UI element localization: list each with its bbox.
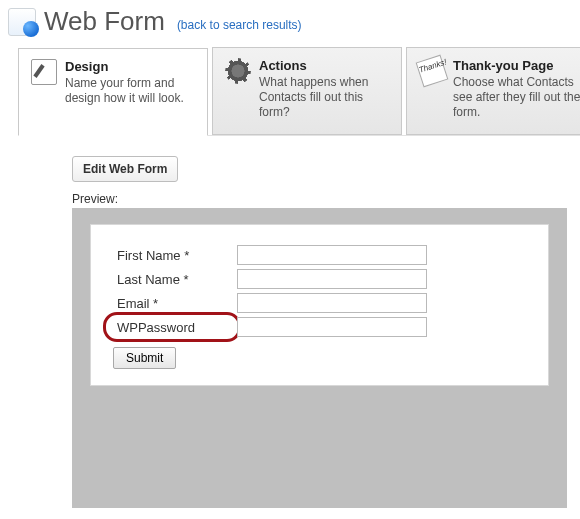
tab-thankyou-desc: Choose what Contacts see after they fill… bbox=[453, 75, 580, 120]
tab-design-title: Design bbox=[65, 59, 195, 74]
table-row: WPPassword bbox=[113, 315, 526, 339]
content-area: Edit Web Form Preview: First Name * Last… bbox=[0, 136, 580, 508]
tab-thankyou[interactable]: Thanks! Thank-you Page Choose what Conta… bbox=[406, 47, 580, 135]
first-name-input[interactable] bbox=[237, 245, 427, 265]
tab-actions-title: Actions bbox=[259, 58, 389, 73]
tab-actions[interactable]: Actions What happens when Contacts fill … bbox=[212, 47, 402, 135]
table-row: Email * bbox=[113, 291, 526, 315]
back-to-search-link[interactable]: (back to search results) bbox=[177, 18, 302, 32]
wppassword-input[interactable] bbox=[237, 317, 427, 337]
form-table: First Name * Last Name * Email * WPPassw… bbox=[113, 243, 526, 339]
field-label-email: Email * bbox=[113, 291, 233, 315]
submit-button[interactable]: Submit bbox=[113, 347, 176, 369]
preview-area: First Name * Last Name * Email * WPPassw… bbox=[72, 208, 567, 508]
page-header: Web Form (back to search results) bbox=[0, 0, 580, 47]
thanks-icon: Thanks! bbox=[416, 55, 449, 88]
tab-design[interactable]: Design Name your form and design how it … bbox=[18, 48, 208, 136]
field-label-last-name: Last Name * bbox=[113, 267, 233, 291]
table-row: First Name * bbox=[113, 243, 526, 267]
gear-icon bbox=[225, 58, 251, 84]
preview-label: Preview: bbox=[72, 192, 580, 206]
form-card: First Name * Last Name * Email * WPPassw… bbox=[90, 224, 549, 386]
page-title: Web Form bbox=[44, 6, 165, 37]
last-name-input[interactable] bbox=[237, 269, 427, 289]
edit-web-form-button[interactable]: Edit Web Form bbox=[72, 156, 178, 182]
webform-icon bbox=[8, 8, 36, 36]
email-input[interactable] bbox=[237, 293, 427, 313]
tab-thankyou-title: Thank-you Page bbox=[453, 58, 580, 73]
field-label-wppassword: WPPassword bbox=[117, 320, 195, 335]
tab-actions-desc: What happens when Contacts fill out this… bbox=[259, 75, 389, 120]
tab-strip: Design Name your form and design how it … bbox=[18, 47, 580, 136]
table-row: Last Name * bbox=[113, 267, 526, 291]
pencil-icon bbox=[31, 59, 57, 85]
field-label-first-name: First Name * bbox=[113, 243, 233, 267]
tab-design-desc: Name your form and design how it will lo… bbox=[65, 76, 195, 106]
